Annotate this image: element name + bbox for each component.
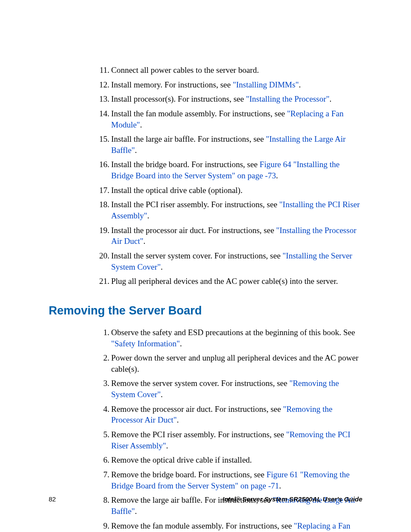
step-text-tail: . [276, 171, 278, 180]
step-text: Remove the fan module assembly. For inst… [111, 521, 294, 530]
step-number: 9. [96, 520, 109, 532]
step-text: Install the processor air duct. For inst… [111, 226, 276, 235]
step-number: 1. [96, 327, 109, 338]
section-heading: Removing the Server Board [49, 304, 362, 317]
cross-reference-link[interactable]: "Installing DIMMs" [233, 80, 299, 89]
step-text: Plug all peripheral devices and the AC p… [111, 277, 338, 286]
step-text: Connect all power cables to the server b… [111, 65, 259, 75]
step-number: 15. [96, 134, 109, 145]
list-item: 3.Remove the server system cover. For in… [111, 378, 362, 400]
list-item: 17.Install the optical drive cable (opti… [111, 185, 362, 196]
document-title: Intel® Server System SR2500AL User's Gui… [223, 495, 363, 503]
step-text: Remove the bridge board. For instruction… [111, 470, 266, 479]
step-text: Install the optical drive cable (optiona… [111, 186, 243, 195]
step-text-tail: . [161, 390, 163, 399]
list-item: 2.Power down the server and unplug all p… [111, 352, 362, 374]
step-text-tail: . [299, 80, 301, 89]
step-text-tail: . [279, 481, 281, 490]
list-item: 5.Remove the PCI riser assembly. For ins… [111, 429, 362, 451]
step-number: 12. [96, 79, 109, 90]
step-text-tail: . [135, 507, 137, 516]
step-text: Remove the optical drive cable if instal… [111, 455, 252, 464]
step-number: 19. [96, 225, 109, 236]
list-item: 20.Install the server system cover. For … [111, 250, 362, 272]
list-item: 9.Remove the fan module assembly. For in… [111, 520, 362, 532]
step-number: 13. [96, 93, 109, 105]
step-text: Remove the server system cover. For inst… [111, 379, 290, 388]
step-number: 11. [96, 65, 109, 76]
list-item: 21.Plug all peripheral devices and the A… [111, 276, 362, 287]
step-number: 14. [96, 108, 109, 119]
step-text-tail: . [143, 236, 146, 246]
list-item: 14.Install the fan module assembly. For … [111, 108, 362, 130]
page-body: 11.Connect all power cables to the serve… [0, 0, 411, 532]
step-text: Install the fan module assembly. For ins… [111, 109, 287, 118]
step-text: Install the large air baffle. For instru… [111, 134, 266, 143]
step-text: Remove the processor air duct. For instr… [111, 404, 283, 414]
list-item: 15.Install the large air baffle. For ins… [111, 134, 362, 156]
step-text-tail: . [161, 262, 163, 271]
step-text-tail: . [166, 441, 168, 450]
list-item: 11.Connect all power cables to the serve… [111, 65, 362, 76]
step-number: 16. [96, 159, 109, 170]
list-item: 6.Remove the optical drive cable if inst… [111, 454, 362, 466]
step-text-tail: . [177, 415, 179, 424]
step-text-tail: . [180, 339, 182, 348]
step-text: Observe the safety and ESD precautions a… [111, 328, 355, 337]
list-item: 7.Remove the bridge board. For instructi… [111, 469, 362, 491]
step-number: 3. [96, 378, 109, 389]
install-steps-list: 11.Connect all power cables to the serve… [49, 65, 362, 287]
step-number: 21. [96, 276, 109, 287]
step-number: 2. [96, 352, 109, 364]
cross-reference-link[interactable]: "Safety Information" [111, 339, 180, 348]
step-text: Install processor(s). For instructions, … [111, 94, 246, 103]
step-number: 17. [96, 185, 109, 196]
cross-reference-link[interactable]: "Installing the Processor" [246, 94, 330, 103]
step-number: 20. [96, 250, 109, 261]
list-item: 12.Install memory. For instructions, see… [111, 79, 362, 90]
step-text: Install the server system cover. For ins… [111, 251, 283, 260]
step-number: 18. [96, 199, 109, 210]
page-footer: 82 Intel® Server System SR2500AL User's … [49, 495, 362, 503]
list-item: 18.Install the PCI riser assembly. For i… [111, 199, 362, 221]
step-text-tail: . [330, 94, 332, 103]
list-item: 4.Remove the processor air duct. For ins… [111, 404, 362, 426]
list-item: 1.Observe the safety and ESD precautions… [111, 327, 362, 349]
step-number: 6. [96, 454, 109, 466]
step-text: Remove the PCI riser assembly. For instr… [111, 430, 286, 439]
step-text: Install memory. For instructions, see [111, 80, 233, 89]
list-item: 16.Install the bridge board. For instruc… [111, 159, 362, 181]
step-text-tail: . [147, 211, 149, 220]
step-text: Install the PCI riser assembly. For inst… [111, 200, 279, 209]
list-item: 13.Install processor(s). For instruction… [111, 93, 362, 105]
step-number: 4. [96, 404, 109, 415]
step-text-tail: . [135, 146, 137, 155]
list-item: 19.Install the processor air duct. For i… [111, 225, 362, 247]
step-text-tail: . [140, 120, 142, 129]
step-number: 7. [96, 469, 109, 480]
step-text: Power down the server and unplug all per… [111, 353, 358, 373]
page-number: 82 [49, 495, 56, 503]
step-number: 5. [96, 429, 109, 440]
step-text: Install the bridge board. For instructio… [111, 160, 260, 169]
